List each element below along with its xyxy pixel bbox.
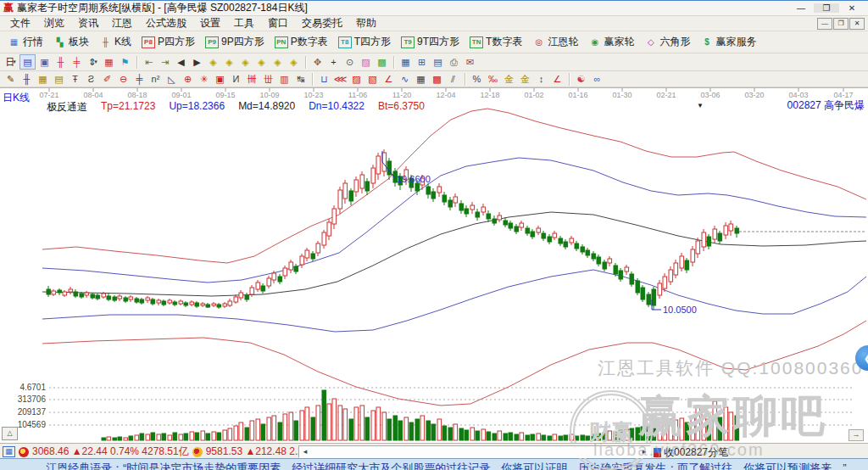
- zigzag-icon[interactable]: И: [229, 72, 243, 86]
- menu-item-2[interactable]: 浏览: [37, 16, 71, 31]
- prev-icon[interactable]: ◀: [174, 55, 188, 69]
- golden-section-icon[interactable]: 金: [502, 72, 516, 86]
- color-flag-icon[interactable]: ⚑: [118, 55, 132, 69]
- green-grid-icon[interactable]: ▩: [375, 55, 389, 69]
- zoom-v-icon[interactable]: ◈: [270, 55, 285, 69]
- magnifier-icon[interactable]: ⊙: [342, 55, 357, 69]
- shanghai-index-quote[interactable]: 3068.46 ▲22.44 0.74% 4278.51亿: [32, 445, 189, 459]
- 9t-square-button[interactable]: T99T四方形: [396, 33, 465, 51]
- hexagon-button[interactable]: ◇六角形: [639, 33, 695, 51]
- info-panel-icon[interactable]: ▣: [37, 55, 52, 69]
- infinity-icon[interactable]: ∞: [590, 72, 604, 86]
- quotes-grid-icon[interactable]: ▦: [3, 446, 15, 457]
- spiral-icon[interactable]: Ƨ: [84, 72, 98, 86]
- angle-tool-icon[interactable]: ◺: [164, 72, 179, 86]
- red-grid-icon[interactable]: ▦: [102, 55, 116, 69]
- save-icon[interactable]: ⎙: [447, 55, 461, 69]
- first-page-icon[interactable]: ⇤: [142, 55, 156, 69]
- maximize-button[interactable]: ❐: [814, 3, 839, 13]
- percent-ext-icon[interactable]: ‰: [486, 72, 500, 86]
- hatch-lines-icon[interactable]: ╫: [19, 72, 34, 86]
- last-page-icon[interactable]: ⇥: [158, 55, 172, 69]
- zoom-all-icon[interactable]: ◈: [287, 55, 301, 69]
- gann-grid-a-icon[interactable]: ▦: [36, 72, 50, 86]
- red-ruler-icon[interactable]: ✐: [100, 72, 114, 86]
- scroll-right-icon[interactable]: ▸: [638, 446, 650, 457]
- pencil-icon[interactable]: ✎: [3, 72, 18, 86]
- gann-fan-icon[interactable]: ✳: [197, 72, 211, 86]
- scroll-left-icon[interactable]: ◂: [299, 446, 311, 457]
- vsplit-icon[interactable]: ↕: [534, 72, 548, 86]
- zoom-xy-icon[interactable]: ◈: [254, 55, 269, 69]
- bar-chart2-icon[interactable]: ╪: [70, 55, 84, 69]
- mail-icon[interactable]: ✉: [463, 55, 477, 69]
- zoom-h-icon[interactable]: ◈: [238, 55, 253, 69]
- calendar-icon[interactable]: ▦: [398, 55, 413, 69]
- red-table-icon[interactable]: ▥: [277, 72, 292, 86]
- crosshair-icon[interactable]: +: [326, 55, 341, 69]
- time-division-icon[interactable]: ╪: [132, 72, 147, 86]
- next-icon[interactable]: ▶: [190, 55, 204, 69]
- quotes-button[interactable]: ▦行情: [3, 33, 48, 51]
- ellipse-tool-icon[interactable]: ⊖: [116, 72, 131, 86]
- taiji-icon[interactable]: ☯: [574, 72, 588, 86]
- minimize-button[interactable]: —: [788, 3, 814, 13]
- grid-plain-icon[interactable]: ▦: [414, 72, 428, 86]
- fan-lines-icon[interactable]: ⋘: [333, 72, 348, 86]
- percent-lines-icon[interactable]: %: [470, 72, 484, 86]
- menu-item-5[interactable]: 公式选股: [139, 16, 193, 31]
- menu-item-9[interactable]: 交易委托: [295, 16, 349, 31]
- extend-line-icon[interactable]: ↹: [293, 72, 308, 86]
- blue-rect-icon[interactable]: ⊔: [317, 72, 331, 86]
- report-icon[interactable]: ▤: [431, 55, 445, 69]
- zoom-out-x-icon[interactable]: ◈: [206, 55, 220, 69]
- golden-ext-icon[interactable]: 金: [518, 72, 532, 86]
- sectors-button[interactable]: ▚板块: [48, 33, 94, 51]
- mdi-close-button[interactable]: ✕: [849, 18, 865, 30]
- red-grid-a-icon[interactable]: 卌: [245, 72, 259, 86]
- winner-wheel-button[interactable]: ◉赢家轮: [583, 33, 639, 51]
- close-button[interactable]: ✕: [839, 3, 865, 13]
- tick-data-label[interactable]: 收002827分笔: [664, 445, 728, 460]
- angle-line-icon[interactable]: ∠: [550, 72, 565, 86]
- gann-wheel-button[interactable]: ◎江恩轮: [527, 33, 583, 51]
- gann-grid-b-icon[interactable]: ▤: [52, 72, 66, 86]
- period-label[interactable]: 日K线: [3, 91, 30, 105]
- parallel-lines-icon[interactable]: ⫽: [446, 72, 460, 86]
- grid-dense-icon[interactable]: ▩: [430, 72, 444, 86]
- p-square-button[interactable]: P8P四方形: [136, 33, 200, 51]
- menu-item-4[interactable]: 江恩: [105, 16, 139, 31]
- horizontal-scrollbar[interactable]: ◂ ▸: [298, 445, 651, 458]
- hatch-red-b-icon[interactable]: ▧: [365, 72, 380, 86]
- menu-item-8[interactable]: 窗口: [261, 16, 295, 31]
- mdi-restore-button[interactable]: ❐: [833, 18, 849, 30]
- 9p-square-button[interactable]: P99P四方形: [200, 33, 270, 51]
- red-grid-b-icon[interactable]: 丗: [261, 72, 275, 86]
- hatch-red-a-icon[interactable]: ▨: [349, 72, 364, 86]
- pink-grid-icon[interactable]: ▨: [359, 55, 373, 69]
- expand-panel-button[interactable]: △: [2, 427, 18, 440]
- price-frame-icon[interactable]: Ŧ: [68, 72, 82, 86]
- shenzhen-index-icon[interactable]: [192, 447, 203, 457]
- shanghai-index-icon[interactable]: [19, 447, 29, 457]
- wave-icon[interactable]: ∿: [398, 72, 412, 86]
- menu-item-7[interactable]: 工具: [227, 16, 261, 31]
- hand-tool-icon[interactable]: ✥: [310, 55, 325, 69]
- menu-item-3[interactable]: 资讯: [71, 16, 105, 31]
- mdi-minimize-button[interactable]: —: [817, 18, 832, 30]
- zoom-in-x-icon[interactable]: ◈: [222, 55, 236, 69]
- t-square-button[interactable]: T8T四方形: [333, 33, 396, 51]
- p-table-button[interactable]: PNP数字表: [270, 33, 333, 51]
- kline-button[interactable]: ╫K线: [94, 33, 136, 51]
- bar-chart-icon[interactable]: ╫: [53, 55, 68, 69]
- right-arrow-button[interactable]: →: [849, 429, 864, 441]
- t-table-button[interactable]: TNT数字表: [465, 33, 527, 51]
- calculator-icon[interactable]: ⊞: [415, 55, 429, 69]
- square-of-nine-icon[interactable]: n²: [148, 72, 163, 86]
- trend-angle-icon[interactable]: ∠: [381, 72, 396, 86]
- square-box-icon[interactable]: ▣: [213, 72, 227, 86]
- scale-toggle-icon[interactable]: ⇕▾: [86, 55, 100, 69]
- menu-item-6[interactable]: 设置: [193, 16, 227, 31]
- period-daily-icon[interactable]: 日▾: [3, 55, 18, 69]
- gann-circle-icon[interactable]: ⊕: [181, 72, 195, 86]
